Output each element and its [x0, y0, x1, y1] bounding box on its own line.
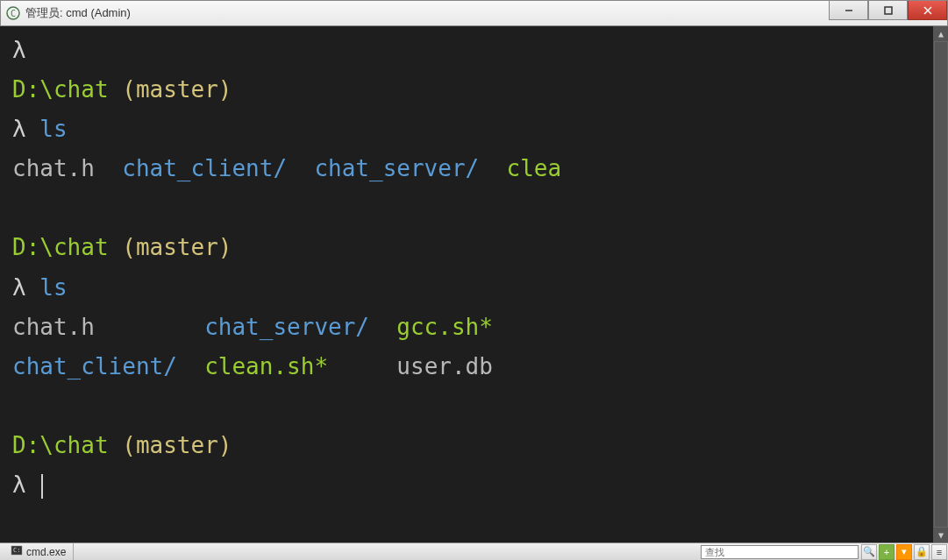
terminal-text: ls: [39, 116, 67, 142]
terminal-line: D:\chat (master): [12, 430, 936, 461]
scroll-down-button[interactable]: ▼: [934, 528, 948, 542]
scroll-thumb[interactable]: [934, 41, 948, 528]
terminal-text: [479, 155, 506, 181]
terminal-text: (master): [122, 76, 232, 103]
terminal-text: λ: [12, 37, 26, 63]
terminal-text: chat_client/: [122, 155, 287, 181]
terminal-line: λ: [12, 470, 936, 500]
maximize-button[interactable]: [868, 1, 908, 20]
terminal-text: (master): [122, 234, 232, 260]
terminal-line: λ ls: [12, 114, 936, 145]
dropdown-button[interactable]: ▾: [896, 544, 912, 560]
close-button[interactable]: [908, 1, 947, 20]
svg-text:C:: C:: [13, 547, 20, 554]
terminal-text: D:\chat: [12, 76, 122, 103]
titlebar-text: 管理员: cmd (Admin): [25, 5, 131, 21]
terminal-line: D:\chat (master): [12, 232, 936, 263]
terminal-line: [12, 193, 936, 223]
terminal-text: chat_client/: [12, 353, 177, 379]
terminal-text: chat.h: [12, 314, 204, 340]
lock-icon[interactable]: 🔒: [914, 544, 930, 560]
terminal-text: chat.h: [12, 155, 122, 181]
terminal-text: D:\chat: [12, 432, 122, 458]
terminal-text: [287, 155, 314, 181]
terminal-text: [12, 393, 26, 419]
console-tab-icon: C:: [11, 544, 23, 559]
terminal-text: [369, 314, 396, 340]
svg-text:C: C: [11, 9, 16, 18]
terminal-line: chat.h chat_server/ gcc.sh*: [12, 312, 936, 343]
terminal-text: user.db: [396, 353, 493, 379]
search-icon[interactable]: 🔍: [861, 544, 877, 560]
statusbar: C: cmd.exe 🔍 + ▾ 🔒 ≡: [0, 542, 948, 560]
cursor: [41, 474, 43, 499]
terminal-line: chat_client/ clean.sh* user.db: [12, 351, 936, 382]
terminal-text: λ: [12, 116, 39, 142]
terminal-line: [12, 391, 936, 422]
minimize-button[interactable]: [829, 1, 868, 20]
titlebar[interactable]: C 管理员: cmd (Admin): [0, 0, 948, 26]
menu-button[interactable]: ≡: [931, 544, 947, 560]
svg-rect-3: [885, 7, 892, 14]
terminal-text: gcc.sh*: [396, 314, 493, 340]
terminal-output[interactable]: λD:\chat (master)λ lschat.h chat_client/…: [0, 26, 948, 542]
terminal-text: λ: [12, 471, 39, 498]
app-icon: C: [6, 6, 20, 20]
search-input[interactable]: [701, 545, 859, 559]
terminal-line: D:\chat (master): [12, 74, 936, 105]
terminal-text: (master): [122, 432, 232, 458]
console-tab[interactable]: C: cmd.exe: [4, 543, 74, 560]
terminal-text: λ: [12, 274, 39, 301]
terminal-text: D:\chat: [12, 234, 122, 260]
console-tab-label: cmd.exe: [26, 546, 66, 558]
terminal-line: λ: [12, 35, 936, 66]
terminal-text: [177, 353, 204, 379]
terminal-line: λ ls: [12, 273, 936, 303]
terminal-text: ls: [39, 274, 67, 301]
window-controls: [829, 1, 947, 20]
add-console-button[interactable]: +: [879, 544, 895, 560]
vertical-scrollbar[interactable]: ▲ ▼: [933, 26, 948, 542]
terminal-text: clea: [507, 155, 562, 181]
terminal-text: [328, 353, 396, 379]
scroll-up-button[interactable]: ▲: [934, 26, 948, 41]
terminal-text: chat_server/: [314, 155, 479, 181]
terminal-line: chat.h chat_client/ chat_server/ clea: [12, 153, 936, 184]
terminal-text: [12, 195, 26, 221]
terminal-text: clean.sh*: [204, 353, 328, 379]
terminal-text: chat_server/: [204, 314, 369, 340]
